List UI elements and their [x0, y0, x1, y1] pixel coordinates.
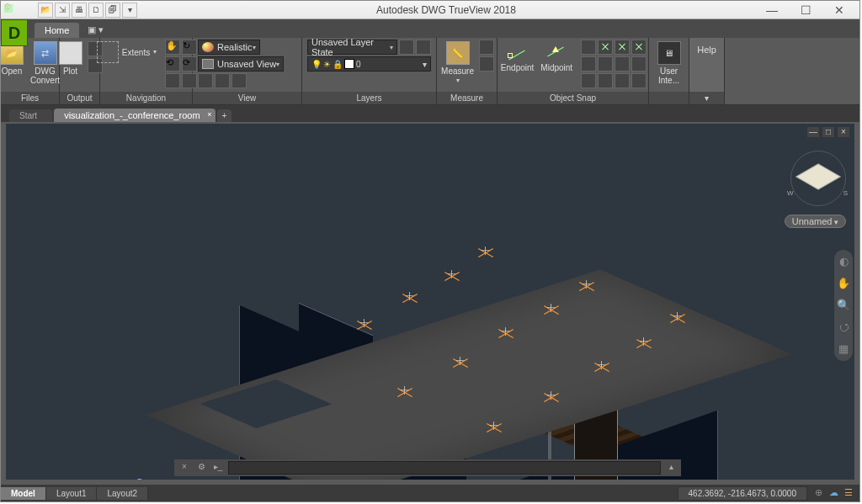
window-minimize-button[interactable]: —	[755, 2, 789, 19]
tab-plugins[interactable]: ▣ ▾	[81, 22, 110, 38]
measure-sub2-icon[interactable]	[479, 56, 494, 72]
midpoint-button[interactable]: Midpoint	[539, 40, 574, 74]
nav-pan-icon[interactable]: ✋	[837, 277, 850, 290]
light-marker	[669, 310, 686, 327]
osnap-node-icon[interactable]	[615, 56, 630, 72]
endpoint-icon	[508, 41, 528, 61]
osnap-apparent-icon[interactable]	[615, 40, 630, 55]
osnap-intersection-icon[interactable]	[598, 40, 613, 55]
viewport-maximize-icon[interactable]: □	[822, 127, 834, 137]
ucs-name-dropdown[interactable]: Unnamed ▾	[785, 215, 846, 228]
quick-access-toolbar: 📂 ⇲ 🖶 🗋 🗐 ▾	[38, 3, 137, 18]
qat-export-icon[interactable]: ⇲	[55, 3, 70, 18]
status-icon-customize[interactable]: ⊕	[812, 487, 824, 499]
document-tabs: Start visualization_-_conference_room× +	[1, 105, 859, 122]
light-marker	[486, 420, 503, 437]
extents-button[interactable]: Extents▾	[95, 40, 158, 65]
command-line: × ⚙ ▸_ ▴	[174, 459, 681, 476]
osnap-quadrant-icon[interactable]	[581, 56, 596, 72]
panel-title-help[interactable]: ▾	[689, 92, 724, 104]
nav-zoom-icon[interactable]: 🔍	[837, 299, 850, 312]
panel-files: 📂 Open ⇄ DWG Convert Files	[1, 38, 60, 104]
view-sub3-icon[interactable]	[231, 73, 247, 88]
panel-user-interface: 🖥 User Inte...	[649, 38, 689, 104]
command-input[interactable]	[228, 461, 661, 475]
nav-sub1-icon[interactable]	[165, 73, 180, 88]
osnap-nearest-icon[interactable]	[615, 73, 630, 88]
cmd-customize-icon[interactable]: ⚙	[194, 462, 208, 474]
current-layer-dropdown[interactable]: 💡 ☀ 🔒 0 ▾	[307, 56, 431, 72]
panel-title-ui	[649, 92, 689, 104]
viewport-close-icon[interactable]: ×	[838, 127, 849, 137]
user-interface-button[interactable]: 🖥 User Inte...	[654, 40, 684, 87]
compass-south: S	[843, 189, 848, 197]
midpoint-icon	[546, 41, 567, 61]
named-view-dropdown[interactable]: Unsaved View▾	[198, 56, 284, 72]
measure-button[interactable]: 📏 Measure▾	[439, 40, 476, 87]
status-icon-tray1[interactable]: ☁	[827, 487, 839, 499]
measure-sub1-icon[interactable]	[479, 40, 494, 55]
nav-orbit-icon[interactable]: ⭯	[837, 321, 850, 334]
qat-plot-preview-icon[interactable]: 🗋	[88, 3, 104, 18]
qat-dropdown-icon[interactable]: ▾	[122, 3, 137, 18]
light-marker	[396, 385, 413, 401]
viewport-minimize-icon[interactable]: —	[807, 127, 819, 137]
zoom-prev-icon[interactable]: ⟲	[165, 56, 180, 72]
panel-title-view: View	[193, 92, 301, 104]
layout-tab-layout1[interactable]: Layout1	[46, 487, 98, 500]
view-manager-icon[interactable]	[198, 73, 213, 88]
osnap-parallel-icon[interactable]	[598, 73, 613, 88]
layer-state-dropdown[interactable]: Unsaved Layer State▾	[307, 40, 397, 55]
qat-open-icon[interactable]: 📂	[38, 3, 53, 18]
panel-title-osnap: Object Snap	[498, 92, 648, 104]
doctab-new[interactable]: +	[217, 109, 232, 122]
nav-showmotion-icon[interactable]: ▦	[837, 342, 850, 356]
drawing-canvas[interactable]: — □ ×	[1, 122, 859, 485]
panel-title-measure: Measure	[437, 92, 497, 104]
compass-west: W	[787, 189, 794, 197]
light-marker	[477, 245, 494, 262]
layer-prev-icon[interactable]	[416, 40, 431, 55]
doctab-close-icon[interactable]: ×	[207, 110, 211, 119]
status-icon-tray2[interactable]: ☰	[843, 487, 854, 499]
ribbon-tabstrip: Home ▣ ▾	[1, 19, 859, 38]
qat-publish-icon[interactable]: 🗐	[105, 3, 120, 18]
sun-freeze-icon: ☀	[323, 60, 331, 69]
cmd-history-icon[interactable]: ▴	[664, 462, 678, 474]
help-button[interactable]: Help	[697, 45, 716, 55]
osnap-tangent-icon[interactable]	[598, 56, 613, 72]
light-marker	[543, 390, 560, 406]
qat-print-icon[interactable]: 🖶	[72, 3, 87, 18]
plot-button[interactable]: 🖶 Plot	[57, 40, 84, 77]
panel-title-output: Output	[60, 92, 99, 104]
osnap-settings-icon[interactable]	[631, 73, 646, 88]
panel-layers: Unsaved Layer State▾ 💡 ☀ 🔒 0 ▾ Layers	[302, 38, 437, 104]
app-menu-logo[interactable]: D	[1, 19, 28, 46]
doctab-start[interactable]: Start	[9, 109, 52, 122]
doctab-active[interactable]: visualization_-_conference_room×	[54, 109, 215, 122]
light-marker	[578, 279, 595, 295]
viewport-config-icon[interactable]	[215, 73, 230, 88]
pan-icon[interactable]: ✋	[165, 40, 180, 55]
viewcube[interactable]: W S	[797, 157, 839, 199]
osnap-extension-icon[interactable]	[631, 40, 646, 55]
cursor-coordinates[interactable]: 462.3692, -216.4673, 0.0000	[678, 486, 807, 501]
endpoint-button[interactable]: Endpoint	[499, 40, 535, 74]
osnap-insert-icon[interactable]	[631, 56, 646, 72]
window-close-button[interactable]: ✕	[822, 2, 856, 19]
osnap-perpendicular-icon[interactable]	[581, 73, 596, 88]
layout-tab-model[interactable]: Model	[1, 487, 46, 500]
navigation-bar: ◐ ✋ 🔍 ⭯ ▦	[834, 250, 853, 361]
layer-state-manager-icon[interactable]	[399, 40, 414, 55]
osnap-center-icon[interactable]	[581, 40, 596, 55]
light-marker	[543, 302, 560, 319]
view-cube-icon	[202, 59, 214, 69]
layout-tab-layout2[interactable]: Layout2	[97, 487, 148, 500]
visual-style-dropdown[interactable]: Realistic▾	[198, 40, 260, 55]
window-maximize-button[interactable]: ☐	[789, 2, 822, 19]
nav-wheel-icon[interactable]: ◐	[837, 255, 850, 268]
cmd-close-icon[interactable]: ×	[178, 462, 191, 474]
tab-home[interactable]: Home	[35, 23, 79, 38]
light-marker	[636, 336, 652, 353]
layer-color-swatch	[344, 59, 354, 69]
